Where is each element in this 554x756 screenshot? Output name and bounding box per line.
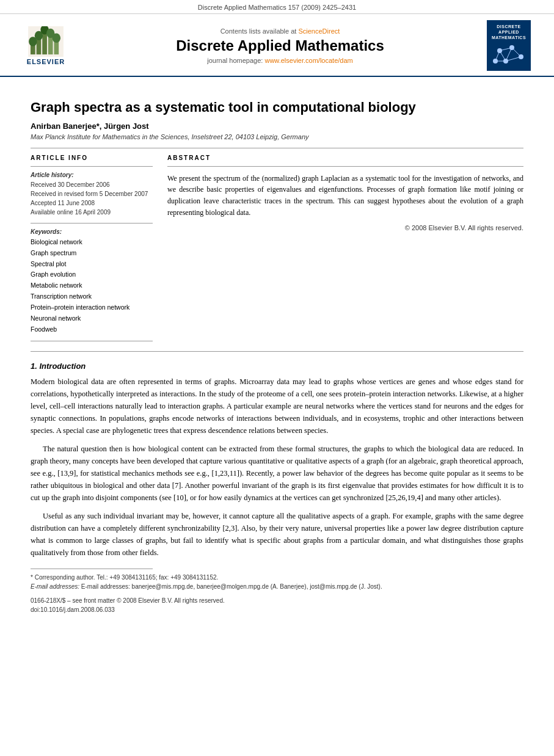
intro-p3-text: Useful as any such individual invariant … — [31, 510, 523, 559]
keywords-divider — [31, 223, 153, 224]
svg-rect-4 — [48, 35, 53, 54]
section-title-intro: 1. Introduction — [31, 362, 523, 371]
author-names: Anirban Banerjee*, Jürgen Jost — [31, 122, 149, 131]
received-date-1: Received 30 December 2006 — [31, 180, 153, 189]
intro-paragraph-2: The natural question then is how biologi… — [31, 443, 523, 504]
article-history: Article history: Received 30 December 20… — [31, 172, 153, 217]
received-date-2: Received in revised form 5 December 2007 — [31, 189, 153, 198]
keyword-8: Neuronal network — [31, 313, 153, 324]
email-addresses: E-mail addresses: banerjee@mis.mpg.de, b… — [81, 583, 382, 590]
email-line: E-mail addresses: E-mail addresses: bane… — [31, 582, 523, 591]
keyword-2: Graph spectrum — [31, 248, 153, 259]
page-wrapper: Discrete Applied Mathematics 157 (2009) … — [0, 0, 554, 756]
keyword-9: Foodweb — [31, 324, 153, 335]
intro-paragraph-3: Useful as any such individual invariant … — [31, 510, 523, 559]
sciencedirect-link[interactable]: ScienceDirect — [298, 27, 340, 35]
keyword-6: Transcription network — [31, 291, 153, 302]
homepage-line: journal homepage: www.elsevier.com/locat… — [81, 57, 479, 64]
license-section: 0166-218X/$ – see front matter © 2008 El… — [31, 596, 523, 614]
journal-header: ELSEVIER Contents lists available at Sci… — [0, 14, 554, 77]
abstract-header: ABSTRACT — [167, 154, 523, 161]
article-info-header: ARTICLE INFO — [31, 154, 153, 161]
available-date: Available online 16 April 2009 — [31, 208, 153, 217]
keywords-list: Biological network Graph spectrum Spectr… — [31, 237, 153, 335]
journal-title-center: Contents lists available at ScienceDirec… — [81, 27, 479, 64]
keywords-section: Keywords: Biological network Graph spect… — [31, 228, 153, 335]
contents-line: Contents lists available at ScienceDirec… — [81, 27, 479, 35]
journal-main-title: Discrete Applied Mathematics — [81, 37, 479, 54]
svg-rect-3 — [42, 32, 47, 54]
article-content: Graph spectra as a systematic tool in co… — [0, 77, 554, 627]
left-col-divider — [31, 166, 153, 167]
doi-line: doi:10.1016/j.dam.2008.06.033 — [31, 605, 523, 614]
copyright-line: © 2008 Elsevier B.V. All rights reserved… — [167, 224, 523, 231]
accepted-date: Accepted 11 June 2008 — [31, 198, 153, 208]
journal-logo-right: DISCRETEAPPLIEDMATHEMATICS — [487, 20, 536, 71]
keyword-3: Spectral plot — [31, 259, 153, 270]
keyword-4: Graph evolution — [31, 269, 153, 280]
footnotes-section: * Corresponding author. Tel.: +49 308413… — [31, 573, 523, 614]
journal-logo-graph-icon — [490, 42, 527, 66]
intro-p2-text: The natural question then is how biologi… — [31, 443, 523, 504]
svg-rect-2 — [37, 38, 42, 54]
corresponding-note: * Corresponding author. Tel.: +49 308413… — [31, 573, 523, 582]
elsevier-tree-icon — [27, 26, 64, 57]
keyword-1: Biological network — [31, 237, 153, 248]
top-bar: Discrete Applied Mathematics 157 (2009) … — [0, 0, 554, 14]
article-affiliation: Max Planck Institute for Mathematics in … — [31, 133, 523, 140]
elsevier-logo: ELSEVIER — [18, 26, 73, 65]
history-label: Article history: — [31, 172, 153, 178]
abstract-top-divider — [167, 166, 523, 167]
article-authors: Anirban Banerjee*, Jürgen Jost — [31, 122, 523, 131]
body-divider — [31, 351, 523, 352]
keywords-label: Keywords: — [31, 228, 153, 235]
license-line: 0166-218X/$ – see front matter © 2008 El… — [31, 596, 523, 605]
journal-logo-box-title: DISCRETEAPPLIEDMATHEMATICS — [490, 24, 527, 40]
article-info-column: ARTICLE INFO Article history: Received 3… — [31, 154, 153, 347]
journal-logo-box: DISCRETEAPPLIEDMATHEMATICS — [487, 20, 531, 71]
email-label: E-mail addresses: — [31, 583, 81, 590]
intro-paragraph-1: Modern biological data are often represe… — [31, 376, 523, 437]
journal-citation: Discrete Applied Mathematics 157 (2009) … — [198, 4, 356, 11]
abstract-column: ABSTRACT We present the spectrum of the … — [167, 154, 523, 347]
svg-point-10 — [53, 33, 60, 42]
header-divider — [31, 148, 523, 148]
article-meta-section: ARTICLE INFO Article history: Received 3… — [31, 154, 523, 347]
keyword-7: Protein–protein interaction network — [31, 302, 153, 313]
elsevier-brand-label: ELSEVIER — [27, 58, 65, 65]
bottom-left-divider — [31, 341, 153, 341]
footnote-divider — [31, 569, 153, 569]
keyword-5: Metabolic network — [31, 280, 153, 291]
abstract-text: We present the spectrum of the (normaliz… — [167, 173, 523, 218]
article-title: Graph spectra as a systematic tool in co… — [31, 99, 523, 117]
homepage-link[interactable]: www.elsevier.com/locate/dam — [264, 57, 352, 64]
